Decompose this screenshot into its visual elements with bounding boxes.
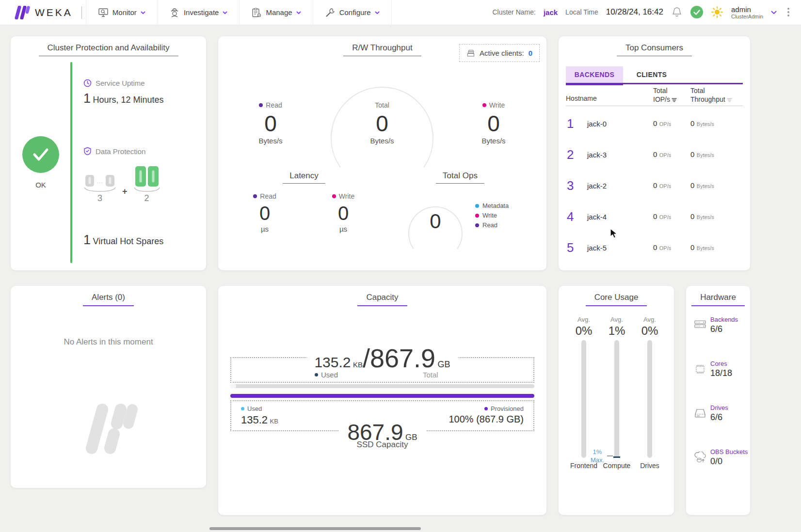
used-sliver — [230, 384, 236, 388]
horizontal-scrollbar[interactable] — [209, 527, 421, 530]
ssd-used-value: 135.2 KB — [241, 414, 278, 426]
cluster-status-ok-icon[interactable] — [690, 6, 703, 18]
table-row[interactable]: 5 jack-5 0 OP/s 0 Bytes/s — [566, 232, 743, 263]
row-throughput: 0 Bytes/s — [690, 181, 714, 190]
brace-icon — [133, 187, 160, 192]
row-rank: 1 — [567, 116, 574, 131]
row-throughput: 0 Bytes/s — [690, 119, 714, 128]
total-label: Total — [375, 101, 389, 109]
sort-icon-active[interactable] — [672, 98, 677, 102]
hardware-item-obs-buckets[interactable]: OBS Buckets 0/0 — [694, 448, 748, 467]
row-rank: 4 — [567, 209, 574, 224]
provisioned-value: 100% (867.9 GB) — [449, 414, 524, 425]
dp-ellipsis: ... — [96, 178, 103, 187]
data-protection-label: Data Protection — [96, 147, 145, 156]
spares-label: Virtual Hot Spares — [93, 236, 163, 246]
ssd-capacity-bar — [230, 384, 534, 388]
hw-label: Drives — [710, 404, 728, 412]
server-icon — [694, 319, 706, 331]
shield-check-icon — [83, 147, 92, 156]
read-value: 0 — [241, 112, 300, 135]
notifications-bell-icon[interactable] — [671, 6, 683, 18]
col-header-total-iops: Total IOP/s — [653, 87, 677, 104]
latency-read-stat: Read 0 µs — [236, 192, 294, 233]
protection-accent-line — [70, 62, 72, 263]
compute-max-marker — [613, 456, 620, 458]
configure-icon — [325, 8, 336, 17]
nav-item-manage[interactable]: Manage — [240, 0, 313, 25]
dp-parity-count: 2 — [144, 193, 149, 203]
latency-write-stat: Write 0 µs — [314, 192, 372, 233]
data-protection-block: Data Protection ... 3 + — [83, 147, 160, 203]
card-title: Alerts (0) — [11, 293, 206, 306]
dp-data-group: ... 3 — [83, 175, 116, 203]
hardware-item-backends[interactable]: Backends 6/6 — [694, 316, 738, 335]
drive-icon — [694, 407, 706, 419]
row-rank: 5 — [567, 240, 574, 255]
card-cluster-protection: Cluster Protection and Availability OK S… — [11, 36, 206, 270]
row-throughput: 0 Bytes/s — [690, 150, 714, 159]
card-title: Hardware — [686, 293, 750, 306]
row-throughput: 0 Bytes/s — [690, 243, 714, 252]
write-dot — [332, 194, 336, 198]
active-clients-value: 0 — [529, 49, 532, 57]
protection-ok-icon — [22, 136, 59, 173]
service-uptime-block: Service Uptime 1 Hours, 12 Minutes — [83, 79, 164, 106]
tab-clients[interactable]: CLIENTS — [623, 66, 680, 83]
latency-read-value: 0 — [236, 203, 294, 223]
latency-title: Latency — [265, 171, 343, 184]
row-iops: 0 OP/s — [653, 119, 671, 128]
row-rank: 3 — [567, 178, 574, 193]
card-title: Cluster Protection and Availability — [11, 43, 206, 56]
hw-value: 0/0 — [710, 456, 748, 467]
ssd-detail-box: Used 135.2 KB Provisioned 100% (867.9 GB… — [230, 400, 534, 431]
overflow-menu-icon[interactable] — [785, 6, 792, 18]
total-value: 0 — [353, 112, 411, 135]
nav-item-investigate[interactable]: Investigate — [158, 0, 240, 25]
table-row[interactable]: 2 jack-3 0 OP/s 0 Bytes/s — [566, 139, 743, 170]
hw-label: OBS Buckets — [710, 448, 748, 456]
read-dot — [475, 223, 479, 227]
hardware-item-drives[interactable]: Drives 6/6 — [694, 404, 728, 423]
used-dot — [315, 373, 318, 376]
brace-icon — [83, 187, 116, 192]
legend-write: Write — [482, 212, 497, 219]
read-throughput-stat: Read 0 Bytes/s — [241, 101, 300, 145]
nav-item-monitor[interactable]: Monitor — [86, 0, 158, 25]
alerts-empty-message: No Alerts in this moment — [11, 337, 206, 347]
user-menu[interactable]: admin ClusterAdmin — [731, 5, 763, 20]
theme-sun-icon[interactable] — [711, 6, 723, 18]
card-capacity: Capacity 135.2 KB/867.9 GB Used Total Us… — [218, 286, 546, 515]
consumers-rows: 1 jack-0 0 OP/s 0 Bytes/s 2 jack-3 0 OP/… — [566, 108, 743, 263]
sort-icon-inactive[interactable] — [727, 98, 732, 102]
legend-metadata: Metadata — [482, 202, 509, 209]
cloud-bucket-icon — [694, 452, 706, 463]
table-row[interactable]: 4 jack-4 0 OP/s 0 Bytes/s — [566, 201, 743, 232]
user-menu-chevron-icon[interactable] — [771, 11, 777, 14]
provisioned-dot — [484, 407, 488, 410]
user-name: admin — [731, 5, 763, 14]
hardware-item-cores[interactable]: Cores 18/18 — [694, 360, 732, 379]
spares-count: 1 — [83, 233, 91, 247]
hw-label: Backends — [710, 316, 738, 324]
tab-backends[interactable]: BACKENDS — [566, 66, 623, 83]
weka-logo-icon — [14, 6, 30, 19]
card-hardware: Hardware Backends 6/6 Cores 18/18 — [686, 286, 750, 515]
dp-plus-sign: + — [122, 187, 128, 203]
nav-item-configure[interactable]: Configure — [313, 0, 392, 25]
capacity-used-label: Used — [315, 371, 338, 379]
hw-value: 6/6 — [710, 412, 728, 423]
latency-read-label: Read — [260, 192, 276, 200]
cluster-name-label: Cluster Name: — [492, 8, 535, 16]
write-unit: Bytes/s — [465, 137, 523, 145]
card-rw-throughput: R/W Throughput Active clients: 0 Read 0 … — [218, 36, 546, 270]
table-row[interactable]: 3 jack-2 0 OP/s 0 Bytes/s — [566, 170, 743, 201]
manage-icon — [251, 8, 262, 17]
card-alerts: Alerts (0) No Alerts in this moment — [11, 286, 206, 488]
divider — [81, 6, 82, 19]
consumers-tabs: BACKENDS CLIENTS — [566, 66, 743, 84]
table-header-separator — [566, 106, 743, 106]
row-iops: 0 OP/s — [653, 150, 671, 159]
total-ops-legend: Metadata Write Read — [475, 202, 509, 229]
table-row[interactable]: 1 jack-0 0 OP/s 0 Bytes/s — [566, 108, 743, 139]
